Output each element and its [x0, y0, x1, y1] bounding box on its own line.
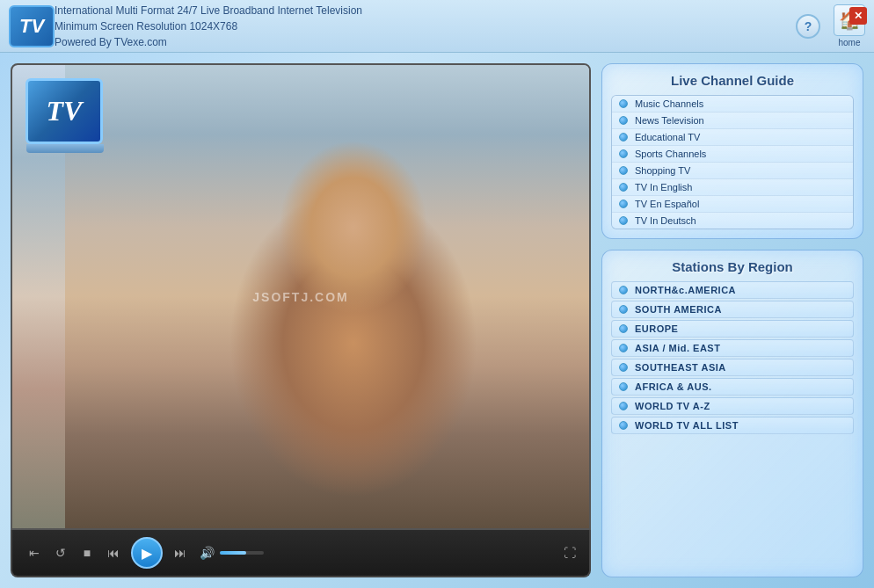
channel-bullet [619, 166, 628, 175]
channel-name: TV In English [635, 182, 692, 192]
next-button[interactable]: ⏭ [171, 544, 189, 562]
region-name: WORLD TV ALL LIST [635, 420, 739, 431]
region-name: AFRICA & AUS. [635, 381, 712, 392]
region-bullet [619, 363, 628, 372]
right-panel: Live Channel Guide Music Channels News T… [601, 63, 863, 577]
channel-item[interactable]: Sports Channels [612, 146, 853, 163]
region-item[interactable]: EUROPE [611, 320, 854, 338]
channel-name: News Television [635, 115, 704, 126]
region-name: NORTH&c.AMERICA [635, 285, 736, 295]
region-bullet [619, 305, 628, 314]
app-title-line2: Minimum Screen Resolution 1024X768 [55, 18, 796, 34]
video-area: TV JSOFTJ.COM ⇤ ↺ ■ ⏮ ▶ ⏭ 🔊 ⛶ [11, 63, 591, 577]
region-name: ASIA / Mid. EAST [635, 343, 720, 353]
help-button[interactable]: ? [796, 14, 820, 39]
channel-name: Educational TV [635, 132, 700, 142]
play-button[interactable]: ▶ [131, 537, 163, 569]
channel-item[interactable]: TV En Español [612, 196, 853, 213]
player-controls: ⇤ ↺ ■ ⏮ ▶ ⏭ 🔊 ⛶ [11, 530, 591, 577]
channel-name: Music Channels [635, 98, 703, 109]
tv-logo-overlay: TV [25, 78, 105, 149]
stations-by-region-title: Stations By Region [611, 259, 854, 274]
app-title-area: International Multi Format 24/7 Live Bro… [55, 3, 796, 50]
volume-bar[interactable] [220, 551, 264, 555]
live-channel-guide: Live Channel Guide Music Channels News T… [601, 63, 863, 239]
rewind-button[interactable]: ⇤ [25, 544, 43, 562]
stop-button[interactable]: ■ [78, 544, 96, 562]
channel-bullet [619, 200, 628, 208]
stations-by-region: Stations By Region NORTH&c.AMERICA SOUTH… [601, 250, 863, 577]
region-item[interactable]: ASIA / Mid. EAST [611, 339, 854, 357]
region-bullet [619, 344, 628, 352]
video-background: TV JSOFTJ.COM [12, 65, 589, 528]
channel-item[interactable]: Music Channels [612, 96, 853, 113]
tv-logo-text: TV [47, 95, 83, 127]
live-channel-guide-title: Live Channel Guide [611, 73, 854, 88]
region-name: SOUTH AMERICA [635, 304, 722, 315]
main-content: TV JSOFTJ.COM ⇤ ↺ ■ ⏮ ▶ ⏭ 🔊 ⛶ [0, 53, 874, 588]
channel-bullet [619, 116, 628, 125]
region-bullet [619, 286, 628, 294]
region-name: EUROPE [635, 323, 678, 334]
home-label: home [838, 38, 860, 47]
tv-stand [26, 144, 104, 153]
channel-item[interactable]: Educational TV [612, 129, 853, 146]
region-name: SOUTHEAST ASIA [635, 362, 726, 373]
channel-bullet [619, 149, 628, 158]
channel-bullet [619, 99, 628, 108]
volume-area: 🔊 [198, 544, 264, 562]
volume-fill [220, 551, 246, 555]
channel-item[interactable]: Shopping TV [612, 163, 853, 179]
channel-bullet [619, 133, 628, 142]
channel-item[interactable]: TV In English [612, 179, 853, 196]
tv-logo-box: TV [25, 78, 103, 144]
channel-name: Shopping TV [635, 165, 690, 176]
region-item[interactable]: AFRICA & AUS. [611, 378, 854, 396]
prev-button[interactable]: ⏮ [105, 544, 122, 562]
region-name: WORLD TV A-Z [635, 401, 710, 411]
region-item[interactable]: WORLD TV ALL LIST [611, 417, 854, 434]
region-bullet [619, 382, 628, 391]
channel-item[interactable]: TV In Deutsch [612, 213, 853, 229]
app-title-line3: Powered By TVexe.com [55, 34, 796, 50]
top-bar: TV International Multi Format 24/7 Live … [0, 0, 874, 53]
region-item[interactable]: SOUTH AMERICA [611, 301, 854, 318]
app-title-line1: International Multi Format 24/7 Live Bro… [55, 3, 796, 18]
fullscreen-button[interactable]: ⛶ [564, 546, 576, 560]
video-player: TV JSOFTJ.COM [11, 63, 591, 530]
channel-name: TV En Español [635, 199, 699, 209]
logo-tv-text: TV [19, 15, 44, 38]
channel-bullet [619, 183, 628, 192]
app-logo: TV [9, 5, 55, 47]
channel-name: TV In Deutsch [635, 215, 696, 226]
restart-button[interactable]: ↺ [52, 544, 69, 562]
channel-list: Music Channels News Television Education… [611, 95, 854, 229]
region-list: NORTH&c.AMERICA SOUTH AMERICA EUROPE ASI… [611, 281, 854, 434]
channel-bullet [619, 216, 628, 225]
close-button[interactable]: ✕ [849, 7, 867, 25]
channel-item[interactable]: News Television [612, 113, 853, 129]
region-bullet [619, 324, 628, 333]
region-bullet [619, 402, 628, 410]
volume-icon[interactable]: 🔊 [198, 544, 215, 562]
watermark: JSOFTJ.COM [252, 290, 348, 304]
channel-name: Sports Channels [635, 149, 706, 159]
region-item[interactable]: NORTH&c.AMERICA [611, 281, 854, 299]
region-item[interactable]: SOUTHEAST ASIA [611, 359, 854, 376]
region-bullet [619, 421, 628, 430]
region-item[interactable]: WORLD TV A-Z [611, 397, 854, 415]
